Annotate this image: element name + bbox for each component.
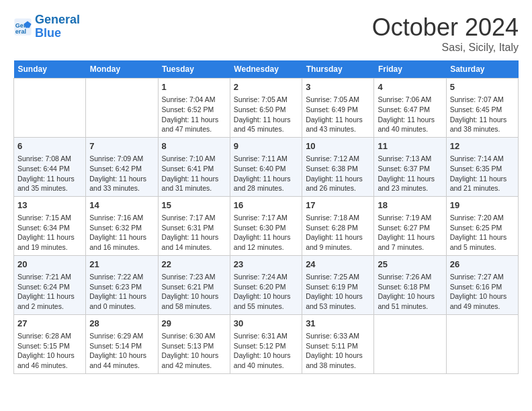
day-number: 27 [17,318,82,330]
day-number: 3 [306,81,370,93]
calendar-cell: 25Sunrise: 7:26 AM Sunset: 6:18 PM Dayli… [374,255,446,314]
calendar-cell: 26Sunrise: 7:27 AM Sunset: 6:16 PM Dayli… [446,255,518,314]
day-info: Sunrise: 7:25 AM Sunset: 6:19 PM Dayligh… [306,272,370,312]
logo-text: General Blue [35,13,80,40]
calendar-week-row: 20Sunrise: 7:21 AM Sunset: 6:24 PM Dayli… [14,255,519,314]
day-info: Sunrise: 7:12 AM Sunset: 6:38 PM Dayligh… [306,154,370,193]
calendar-cell: 7Sunrise: 7:09 AM Sunset: 6:42 PM Daylig… [86,137,158,196]
day-info: Sunrise: 7:17 AM Sunset: 6:31 PM Dayligh… [162,213,226,253]
month-title: October 2024 [372,13,519,42]
day-number: 14 [89,199,154,212]
day-number: 17 [306,199,370,212]
calendar-cell: 16Sunrise: 7:17 AM Sunset: 6:30 PM Dayli… [230,196,302,255]
day-number: 13 [17,199,82,212]
day-of-week-header: Saturday [446,60,518,79]
calendar-cell: 1Sunrise: 7:04 AM Sunset: 6:52 PM Daylig… [158,79,230,138]
page-header: Gen eral General Blue October 2024 Sasi,… [13,13,519,54]
calendar-cell: 3Sunrise: 7:05 AM Sunset: 6:49 PM Daylig… [302,79,374,138]
day-info: Sunrise: 7:11 AM Sunset: 6:40 PM Dayligh… [234,154,298,193]
day-number: 25 [378,259,442,271]
day-number: 4 [378,81,442,93]
day-info: Sunrise: 7:15 AM Sunset: 6:34 PM Dayligh… [17,213,82,253]
day-number: 11 [378,140,442,152]
day-info: Sunrise: 7:20 AM Sunset: 6:25 PM Dayligh… [450,213,515,253]
day-number: 22 [162,259,226,271]
calendar-cell: 22Sunrise: 7:23 AM Sunset: 6:21 PM Dayli… [158,255,230,314]
day-number: 29 [162,318,226,330]
day-number: 24 [306,259,370,271]
day-number: 31 [306,318,370,330]
day-of-week-header: Sunday [14,60,86,79]
day-number: 7 [89,140,154,152]
day-of-week-header: Thursday [302,60,374,79]
day-number: 6 [17,140,82,152]
calendar-cell: 6Sunrise: 7:08 AM Sunset: 6:44 PM Daylig… [14,137,86,196]
day-of-week-header: Friday [374,60,446,79]
calendar-cell: 20Sunrise: 7:21 AM Sunset: 6:24 PM Dayli… [14,255,86,314]
day-number: 19 [450,199,515,212]
day-number: 1 [162,81,226,93]
day-number: 21 [89,259,154,271]
calendar-cell: 11Sunrise: 7:13 AM Sunset: 6:37 PM Dayli… [374,137,446,196]
day-info: Sunrise: 7:05 AM Sunset: 6:49 PM Dayligh… [306,95,370,134]
day-info: Sunrise: 7:09 AM Sunset: 6:42 PM Dayligh… [89,154,154,193]
calendar-week-row: 1Sunrise: 7:04 AM Sunset: 6:52 PM Daylig… [14,79,519,138]
calendar-cell [446,314,518,373]
day-info: Sunrise: 7:13 AM Sunset: 6:37 PM Dayligh… [378,154,442,193]
calendar-cell: 30Sunrise: 6:31 AM Sunset: 5:12 PM Dayli… [230,314,302,373]
day-number: 15 [162,199,226,212]
calendar-week-row: 13Sunrise: 7:15 AM Sunset: 6:34 PM Dayli… [14,196,519,255]
calendar-cell: 8Sunrise: 7:10 AM Sunset: 6:41 PM Daylig… [158,137,230,196]
calendar-cell: 28Sunrise: 6:29 AM Sunset: 5:14 PM Dayli… [86,314,158,373]
day-info: Sunrise: 7:10 AM Sunset: 6:41 PM Dayligh… [162,154,226,193]
calendar-cell: 5Sunrise: 7:07 AM Sunset: 6:45 PM Daylig… [446,79,518,138]
calendar-cell: 9Sunrise: 7:11 AM Sunset: 6:40 PM Daylig… [230,137,302,196]
calendar-week-row: 27Sunrise: 6:28 AM Sunset: 5:15 PM Dayli… [14,314,519,373]
day-number: 18 [378,199,442,212]
day-of-week-header: Tuesday [158,60,230,79]
day-number: 20 [17,259,82,271]
calendar-body: 1Sunrise: 7:04 AM Sunset: 6:52 PM Daylig… [14,79,519,374]
svg-text:eral: eral [15,28,26,35]
calendar-header-row: SundayMondayTuesdayWednesdayThursdayFrid… [14,60,519,79]
calendar-cell: 19Sunrise: 7:20 AM Sunset: 6:25 PM Dayli… [446,196,518,255]
day-info: Sunrise: 7:21 AM Sunset: 6:24 PM Dayligh… [17,272,82,312]
day-number: 2 [234,81,298,93]
calendar-cell: 15Sunrise: 7:17 AM Sunset: 6:31 PM Dayli… [158,196,230,255]
calendar-cell: 17Sunrise: 7:18 AM Sunset: 6:28 PM Dayli… [302,196,374,255]
day-info: Sunrise: 7:14 AM Sunset: 6:35 PM Dayligh… [450,154,515,193]
day-info: Sunrise: 7:26 AM Sunset: 6:18 PM Dayligh… [378,272,442,312]
calendar-cell: 13Sunrise: 7:15 AM Sunset: 6:34 PM Dayli… [14,196,86,255]
day-info: Sunrise: 7:24 AM Sunset: 6:20 PM Dayligh… [234,272,298,312]
calendar-cell: 21Sunrise: 7:22 AM Sunset: 6:23 PM Dayli… [86,255,158,314]
calendar-cell [374,314,446,373]
day-of-week-header: Wednesday [230,60,302,79]
calendar-cell: 4Sunrise: 7:06 AM Sunset: 6:47 PM Daylig… [374,79,446,138]
day-info: Sunrise: 6:31 AM Sunset: 5:12 PM Dayligh… [234,331,298,371]
day-info: Sunrise: 7:19 AM Sunset: 6:27 PM Dayligh… [378,213,442,253]
calendar-cell: 18Sunrise: 7:19 AM Sunset: 6:27 PM Dayli… [374,196,446,255]
day-number: 30 [234,318,298,330]
day-of-week-header: Monday [86,60,158,79]
location-subtitle: Sasi, Sicily, Italy [372,42,519,54]
day-info: Sunrise: 7:04 AM Sunset: 6:52 PM Dayligh… [162,95,226,134]
calendar-table: SundayMondayTuesdayWednesdayThursdayFrid… [13,60,519,374]
day-info: Sunrise: 7:08 AM Sunset: 6:44 PM Dayligh… [17,154,82,193]
day-number: 16 [234,199,298,212]
day-number: 10 [306,140,370,152]
day-info: Sunrise: 6:28 AM Sunset: 5:15 PM Dayligh… [17,331,82,371]
day-info: Sunrise: 7:05 AM Sunset: 6:50 PM Dayligh… [234,95,298,134]
calendar-cell: 2Sunrise: 7:05 AM Sunset: 6:50 PM Daylig… [230,79,302,138]
day-info: Sunrise: 7:17 AM Sunset: 6:30 PM Dayligh… [234,213,298,253]
day-info: Sunrise: 6:30 AM Sunset: 5:13 PM Dayligh… [162,331,226,371]
calendar-week-row: 6Sunrise: 7:08 AM Sunset: 6:44 PM Daylig… [14,137,519,196]
logo-icon: Gen eral [13,17,32,36]
calendar-cell: 10Sunrise: 7:12 AM Sunset: 6:38 PM Dayli… [302,137,374,196]
day-info: Sunrise: 7:07 AM Sunset: 6:45 PM Dayligh… [450,95,515,134]
calendar-cell: 24Sunrise: 7:25 AM Sunset: 6:19 PM Dayli… [302,255,374,314]
calendar-cell: 14Sunrise: 7:16 AM Sunset: 6:32 PM Dayli… [86,196,158,255]
day-number: 28 [89,318,154,330]
title-block: October 2024 Sasi, Sicily, Italy [372,13,519,54]
logo: Gen eral General Blue [13,13,80,40]
day-info: Sunrise: 7:06 AM Sunset: 6:47 PM Dayligh… [378,95,442,134]
